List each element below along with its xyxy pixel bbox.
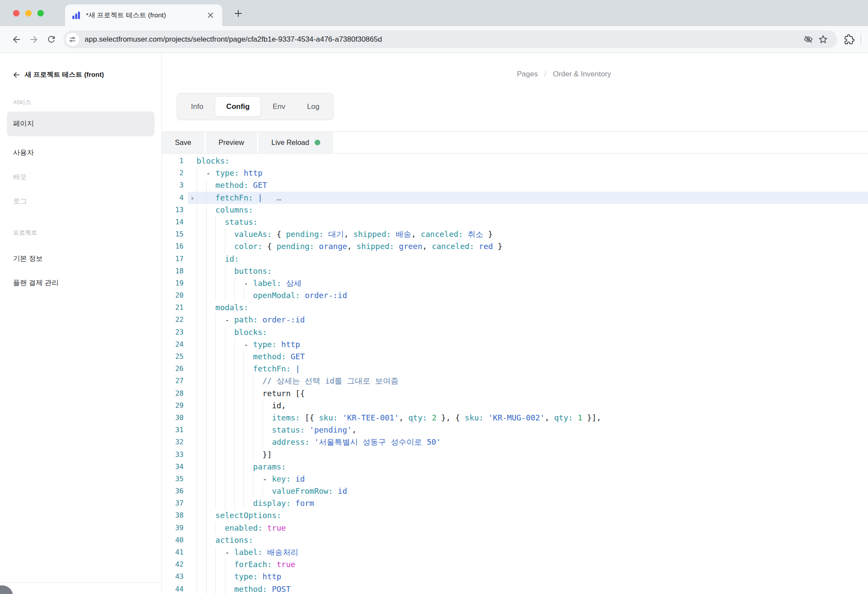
code-line[interactable]: 13 columns: bbox=[162, 204, 868, 216]
code-text[interactable]: - type: http bbox=[197, 338, 868, 351]
code-line[interactable]: 2 - type: http bbox=[162, 167, 868, 179]
sidebar-item-pages[interactable]: 페이지 bbox=[7, 112, 155, 136]
code-text[interactable]: valueAs: { pending: 대기, shipped: 배송, can… bbox=[197, 228, 868, 240]
code-text[interactable]: status: bbox=[197, 216, 868, 228]
code-text[interactable]: fetchFn: | … bbox=[197, 192, 868, 204]
code-line[interactable]: 22 - path: order-:id bbox=[162, 314, 868, 326]
code-line[interactable]: 16 color: { pending: orange, shipped: gr… bbox=[162, 240, 868, 253]
code-text[interactable]: blocks: bbox=[197, 326, 868, 338]
code-line[interactable]: 42 forEach: true bbox=[162, 558, 868, 571]
save-button[interactable]: Save bbox=[162, 132, 204, 153]
forward-icon[interactable] bbox=[25, 31, 43, 48]
code-line[interactable]: 44 method: POST bbox=[162, 583, 868, 594]
tab-config[interactable]: Config bbox=[215, 96, 261, 117]
sidebar-item-plan-billing[interactable]: 플랜 결제 관리 bbox=[7, 275, 155, 291]
code-text[interactable]: forEach: true bbox=[197, 558, 868, 571]
code-text[interactable]: blocks: bbox=[197, 155, 868, 167]
code-text[interactable]: - label: 상세 bbox=[197, 277, 868, 289]
code-line[interactable]: 39 enabled: true bbox=[162, 522, 868, 534]
code-line[interactable]: 40 actions: bbox=[162, 534, 868, 546]
code-line[interactable]: 33 }] bbox=[162, 449, 868, 461]
zoom-window-button[interactable] bbox=[37, 10, 44, 16]
site-settings-icon[interactable] bbox=[66, 33, 79, 46]
code-line[interactable]: 41 - label: 배송처리 bbox=[162, 546, 868, 558]
code-line[interactable]: 38 selectOptions: bbox=[162, 509, 868, 522]
code-text[interactable]: enabled: true bbox=[197, 522, 868, 534]
code-line[interactable]: 24 - type: http bbox=[162, 338, 868, 351]
sidebar-item-basic-info[interactable]: 기본 정보 bbox=[7, 251, 155, 266]
code-text[interactable]: openModal: order-:id bbox=[197, 289, 868, 302]
code-line[interactable]: 36 valueFromRow: id bbox=[162, 485, 868, 497]
code-text[interactable]: color: { pending: orange, shipped: green… bbox=[197, 240, 868, 253]
code-text[interactable]: id, bbox=[197, 400, 868, 412]
code-line[interactable]: 23 blocks: bbox=[162, 326, 868, 338]
minimize-window-button[interactable] bbox=[25, 10, 32, 16]
code-line[interactable]: 20 openModal: order-:id bbox=[162, 289, 868, 302]
code-line[interactable]: 35 - key: id bbox=[162, 473, 868, 485]
url-text[interactable]: app.selectfromuser.com/projects/selectfr… bbox=[85, 35, 382, 44]
code-text[interactable]: valueFromRow: id bbox=[197, 485, 868, 497]
code-line[interactable]: 27 // 상세는 선택 id를 그대로 보여줌 bbox=[162, 375, 868, 387]
code-text[interactable]: method: GET bbox=[197, 351, 868, 363]
code-text[interactable]: return [{ bbox=[197, 387, 868, 400]
code-text[interactable]: selectOptions: bbox=[197, 509, 868, 522]
code-text[interactable]: - type: http bbox=[197, 167, 868, 179]
code-line[interactable]: 43 type: http bbox=[162, 571, 868, 583]
code-text[interactable]: method: POST bbox=[197, 583, 868, 594]
code-text[interactable]: address: '서울특별시 성동구 성수이로 50' bbox=[197, 436, 868, 448]
reload-icon[interactable] bbox=[43, 31, 60, 48]
code-line[interactable]: 1blocks: bbox=[162, 155, 868, 167]
code-text[interactable]: type: http bbox=[197, 571, 868, 583]
code-line[interactable]: 31 status: 'pending', bbox=[162, 424, 868, 436]
fold-chevron-icon[interactable]: › bbox=[188, 192, 197, 204]
code-text[interactable]: columns: bbox=[197, 204, 868, 216]
code-editor[interactable]: 1blocks:2 - type: http3 method: GET4› fe… bbox=[162, 154, 868, 594]
code-line[interactable]: 26 fetchFn: | bbox=[162, 363, 868, 375]
back-icon[interactable] bbox=[8, 31, 25, 48]
tab-log[interactable]: Log bbox=[297, 93, 329, 120]
tab-close-icon[interactable] bbox=[205, 10, 216, 21]
breadcrumb-pages[interactable]: Pages bbox=[517, 70, 538, 79]
live-reload-button[interactable]: Live Reload bbox=[258, 132, 333, 153]
avatar[interactable] bbox=[0, 585, 13, 594]
code-line[interactable]: 29 id, bbox=[162, 400, 868, 412]
code-text[interactable]: - label: 배송처리 bbox=[197, 546, 868, 558]
code-line[interactable]: 14 status: bbox=[162, 216, 868, 228]
code-text[interactable]: - path: order-:id bbox=[197, 314, 868, 326]
code-line[interactable]: 21 modals: bbox=[162, 302, 868, 314]
close-window-button[interactable] bbox=[13, 10, 20, 16]
extensions-puzzle-icon[interactable] bbox=[844, 34, 855, 45]
tab-info[interactable]: Info bbox=[181, 93, 213, 120]
code-area[interactable]: 1blocks:2 - type: http3 method: GET4› fe… bbox=[162, 155, 868, 594]
preview-button[interactable]: Preview bbox=[206, 132, 257, 153]
code-text[interactable]: display: form bbox=[197, 497, 868, 509]
browser-tab[interactable]: *새 프로젝트 테스트 (front) bbox=[65, 4, 222, 26]
code-text[interactable]: method: GET bbox=[197, 179, 868, 191]
sidebar-back[interactable]: 새 프로젝트 테스트 (front) bbox=[7, 70, 155, 79]
code-text[interactable]: modals: bbox=[197, 302, 868, 314]
address-bar[interactable]: app.selectfromuser.com/projects/selectfr… bbox=[63, 30, 837, 48]
sidebar-item-deploy[interactable]: 배포 bbox=[7, 169, 155, 185]
code-text[interactable]: params: bbox=[197, 461, 868, 473]
code-text[interactable]: fetchFn: | bbox=[197, 363, 868, 375]
code-line[interactable]: 15 valueAs: { pending: 대기, shipped: 배송, … bbox=[162, 228, 868, 240]
code-line[interactable]: 3 method: GET bbox=[162, 179, 868, 191]
code-text[interactable]: id: bbox=[197, 253, 868, 265]
code-text[interactable]: // 상세는 선택 id를 그대로 보여줌 bbox=[197, 375, 868, 387]
eye-off-icon[interactable] bbox=[801, 32, 815, 47]
new-tab-button[interactable] bbox=[232, 7, 244, 20]
sidebar-item-logs[interactable]: 로그 bbox=[7, 194, 155, 209]
code-line[interactable]: 32 address: '서울특별시 성동구 성수이로 50' bbox=[162, 436, 868, 448]
code-text[interactable]: - key: id bbox=[197, 473, 868, 485]
code-line[interactable]: 30 items: [{ sku: 'KR-TEE-001', qty: 2 }… bbox=[162, 412, 868, 424]
code-line[interactable]: 17 id: bbox=[162, 253, 868, 265]
code-line[interactable]: 37 display: form bbox=[162, 497, 868, 509]
code-line[interactable]: 34 params: bbox=[162, 461, 868, 473]
code-text[interactable]: }] bbox=[197, 449, 868, 461]
code-text[interactable]: items: [{ sku: 'KR-TEE-001', qty: 2 }, {… bbox=[197, 412, 868, 424]
code-line[interactable]: 28 return [{ bbox=[162, 387, 868, 400]
code-line[interactable]: 4› fetchFn: | … bbox=[162, 192, 868, 204]
code-line[interactable]: 19 - label: 상세 bbox=[162, 277, 868, 289]
code-text[interactable]: actions: bbox=[197, 534, 868, 546]
code-line[interactable]: 18 buttons: bbox=[162, 265, 868, 277]
